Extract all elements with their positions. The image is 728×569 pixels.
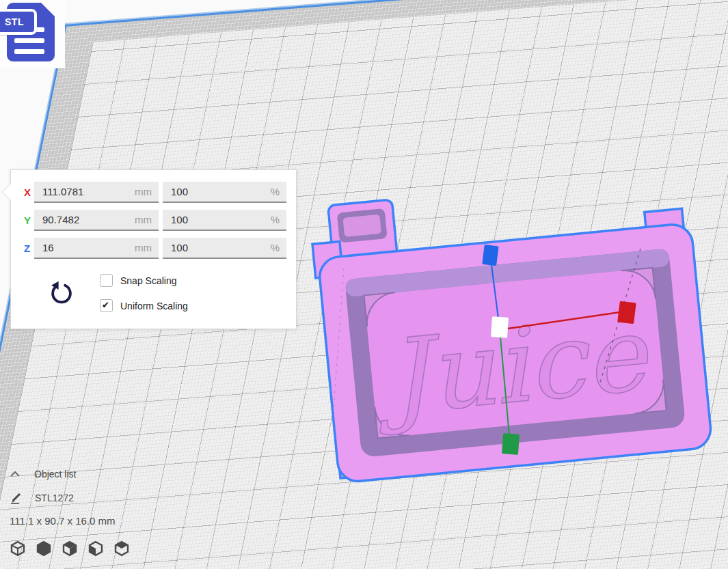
object-name: STL1272 bbox=[35, 492, 74, 503]
view-3d-button[interactable] bbox=[10, 540, 26, 557]
uniform-scaling-checkbox[interactable] bbox=[100, 299, 113, 312]
z-axis-label: Z bbox=[24, 238, 35, 259]
x-percent-input[interactable] bbox=[163, 186, 271, 197]
object-list-item[interactable]: STL1272 bbox=[10, 491, 74, 505]
uniform-scaling-option[interactable]: Uniform Scaling bbox=[100, 299, 188, 312]
x-size-input[interactable] bbox=[34, 186, 135, 197]
z-percent-input[interactable] bbox=[163, 242, 271, 253]
view-right-icon bbox=[113, 540, 130, 557]
x-axis-label: X bbox=[24, 182, 35, 203]
scale-handle-x[interactable] bbox=[617, 301, 636, 324]
pencil-icon bbox=[10, 491, 23, 505]
object-list-header[interactable]: Object list bbox=[10, 469, 76, 480]
view-left-icon bbox=[87, 540, 104, 557]
collapse-caret-icon bbox=[10, 470, 21, 478]
panel-pointer bbox=[3, 184, 11, 200]
scale-handle-z[interactable] bbox=[482, 245, 498, 266]
view-front-icon bbox=[36, 540, 52, 557]
view-left-button[interactable] bbox=[87, 540, 104, 557]
scale-tool-panel: X mm % Y mm % Z mm % bbox=[10, 169, 297, 329]
x-size-unit: mm bbox=[135, 186, 159, 197]
y-size-unit: mm bbox=[135, 214, 159, 225]
snap-scaling-option[interactable]: Snap Scaling bbox=[100, 274, 177, 287]
selected-model-dimensions: 111.1 x 90.7 x 16.0 mm bbox=[10, 515, 116, 527]
stl-badge: STL bbox=[0, 9, 37, 35]
y-percent-unit: % bbox=[271, 214, 286, 225]
folded-corner-icon bbox=[40, 2, 55, 17]
object-list-title: Object list bbox=[34, 469, 76, 480]
snap-scaling-checkbox[interactable] bbox=[100, 274, 113, 287]
view-top-button[interactable] bbox=[62, 540, 78, 557]
uniform-scaling-label: Uniform Scaling bbox=[120, 301, 188, 311]
y-percent-input[interactable] bbox=[163, 214, 271, 225]
view-front-button[interactable] bbox=[36, 540, 52, 557]
reset-scale-button[interactable] bbox=[46, 279, 75, 308]
camera-view-toolbar bbox=[0, 540, 130, 557]
y-size-input[interactable] bbox=[34, 214, 135, 225]
view-right-button[interactable] bbox=[113, 540, 130, 557]
scale-handle-center[interactable] bbox=[491, 316, 509, 338]
z-percent-unit: % bbox=[271, 242, 286, 253]
snap-scaling-label: Snap Scaling bbox=[120, 275, 177, 286]
stl-file-icon: STL bbox=[0, 0, 65, 68]
view-3d-icon bbox=[10, 540, 26, 557]
z-size-unit: mm bbox=[135, 242, 159, 253]
reset-icon bbox=[48, 280, 74, 306]
x-percent-unit: % bbox=[271, 186, 286, 197]
z-size-input[interactable] bbox=[34, 242, 135, 253]
view-top-icon bbox=[62, 540, 78, 557]
scale-handle-y[interactable] bbox=[502, 433, 520, 455]
y-axis-label: Y bbox=[24, 210, 35, 231]
